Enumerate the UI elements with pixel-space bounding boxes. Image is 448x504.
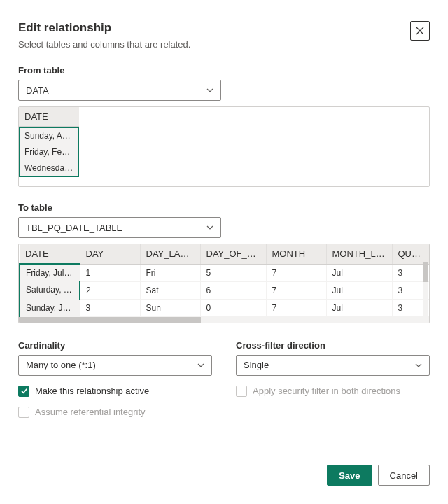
- referential-checkbox: [18, 407, 29, 418]
- crossfilter-label: Cross-filter direction: [236, 340, 430, 351]
- table-row: Wednesday, A...: [20, 160, 78, 176]
- from-table-select[interactable]: DATA: [18, 80, 221, 101]
- dialog-subtitle: Select tables and columns that are relat…: [18, 39, 190, 50]
- from-table-preview: DATE Sunday, Augu... Friday, Februa... W…: [18, 106, 430, 187]
- cardinality-select[interactable]: Many to one (*:1): [18, 355, 212, 376]
- table-row: Friday, Februa...: [20, 144, 78, 160]
- column-header[interactable]: QUARTER: [392, 244, 430, 264]
- table-row: Sunday, July 0... 3Sun07Jul3: [20, 299, 430, 316]
- to-table-value: TBL_PQ_DATE_TABLE: [26, 223, 122, 233]
- active-checkbox-label: Make this relationship active: [35, 386, 149, 396]
- active-checkbox[interactable]: [18, 386, 29, 397]
- crossfilter-value: Single: [244, 360, 269, 370]
- chevron-down-icon: [197, 362, 204, 369]
- cancel-button[interactable]: Cancel: [378, 465, 430, 486]
- referential-checkbox-label: Assume referential integrity: [35, 407, 146, 417]
- crossfilter-select[interactable]: Single: [236, 355, 430, 376]
- to-table-select[interactable]: TBL_PQ_DATE_TABLE: [18, 217, 221, 238]
- column-header[interactable]: DATE: [20, 244, 80, 264]
- save-button[interactable]: Save: [327, 465, 372, 486]
- from-table-value: DATA: [26, 85, 49, 96]
- horizontal-scrollbar[interactable]: [19, 317, 429, 323]
- column-header[interactable]: DAY_OF_WEEK: [200, 244, 266, 264]
- dialog-title: Edit relationship: [18, 21, 190, 35]
- column-header[interactable]: MONTH: [266, 244, 326, 264]
- chevron-down-icon: [206, 87, 214, 94]
- from-column-header[interactable]: DATE: [19, 107, 79, 127]
- table-row: Saturday, July... 2Sat67Jul3: [20, 281, 430, 299]
- security-checkbox: [236, 386, 247, 397]
- column-header[interactable]: MONTH_LABEL: [326, 244, 392, 264]
- chevron-down-icon: [415, 362, 422, 369]
- vertical-scrollbar[interactable]: [423, 262, 428, 317]
- table-row: Sunday, Augu...: [20, 128, 78, 144]
- cardinality-label: Cardinality: [18, 340, 212, 351]
- from-table-label: From table: [18, 65, 430, 76]
- security-checkbox-label: Apply security filter in both directions: [253, 386, 400, 396]
- to-table-preview: DATE DAY DAY_LABEL DAY_OF_WEEK MONTH MON…: [18, 244, 430, 323]
- from-selected-column[interactable]: Sunday, Augu... Friday, Februa... Wednes…: [19, 127, 79, 177]
- check-icon: [20, 387, 28, 395]
- chevron-down-icon: [206, 224, 214, 231]
- close-button[interactable]: [410, 21, 430, 41]
- to-table-label: To table: [18, 202, 430, 213]
- column-header[interactable]: DAY_LABEL: [140, 244, 200, 264]
- close-icon: [416, 27, 424, 35]
- column-header[interactable]: DAY: [80, 244, 140, 264]
- cardinality-value: Many to one (*:1): [26, 360, 96, 370]
- table-row: Friday, July 01... 1Fri57Jul3: [20, 264, 430, 281]
